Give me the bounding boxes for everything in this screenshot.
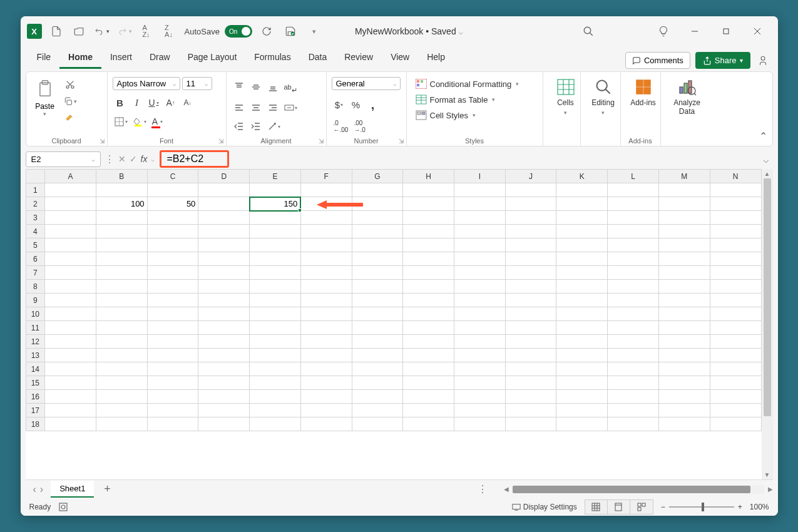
cell-C1[interactable] — [147, 183, 198, 197]
save-icon[interactable] — [281, 22, 300, 41]
zoom-out-icon[interactable]: − — [661, 503, 665, 511]
alignment-launcher-icon[interactable]: ⇲ — [319, 138, 324, 145]
row-header-8[interactable]: 8 — [26, 280, 45, 294]
new-file-icon[interactable] — [47, 22, 66, 41]
vertical-scroll-thumb[interactable] — [764, 178, 771, 416]
page-break-view-button[interactable] — [630, 500, 653, 514]
cell-J18[interactable] — [505, 417, 556, 431]
cell-C13[interactable] — [147, 349, 198, 362]
row-header-5[interactable]: 5 — [26, 238, 45, 252]
row-header-2[interactable]: 2 — [26, 197, 45, 211]
cell-K13[interactable] — [556, 349, 608, 362]
comma-button[interactable]: , — [366, 96, 381, 114]
cell-E1[interactable] — [250, 183, 301, 197]
cell-B5[interactable] — [96, 238, 147, 252]
cell-M1[interactable] — [658, 183, 710, 197]
cell-C8[interactable] — [147, 280, 198, 294]
cell-A5[interactable] — [45, 238, 96, 252]
cell-H13[interactable] — [403, 349, 454, 362]
column-header-L[interactable]: L — [608, 170, 659, 183]
cell-B9[interactable] — [96, 294, 147, 307]
cell-D1[interactable] — [198, 183, 250, 197]
cell-F3[interactable] — [300, 211, 352, 225]
merge-center-button[interactable]: ▾ — [282, 100, 299, 115]
row-header-10[interactable]: 10 — [26, 307, 45, 321]
cell-K14[interactable] — [556, 362, 608, 376]
cell-B18[interactable] — [96, 417, 147, 431]
cell-G10[interactable] — [352, 307, 403, 321]
cell-D17[interactable] — [198, 404, 250, 417]
cell-C18[interactable] — [147, 417, 198, 431]
cell-J9[interactable] — [505, 294, 556, 307]
sort-desc-icon[interactable]: ZA↓ — [160, 22, 178, 41]
cell-G17[interactable] — [352, 404, 403, 417]
cell-A1[interactable] — [45, 183, 96, 197]
underline-button[interactable]: U▾ — [146, 95, 161, 110]
cell-J11[interactable] — [505, 321, 556, 335]
row-header-11[interactable]: 11 — [26, 321, 45, 335]
decrease-indent-icon[interactable] — [232, 119, 247, 134]
scroll-left-icon[interactable]: ◀ — [504, 486, 509, 493]
number-format-select[interactable]: General⌵ — [332, 77, 401, 90]
cell-C4[interactable] — [147, 225, 198, 238]
cell-F8[interactable] — [300, 280, 352, 294]
column-header-A[interactable]: A — [45, 170, 96, 183]
cell-E12[interactable] — [250, 335, 301, 349]
cell-B3[interactable] — [96, 211, 147, 225]
cell-F10[interactable] — [300, 307, 352, 321]
sort-asc-icon[interactable]: AZ↓ — [137, 22, 156, 41]
cell-H2[interactable] — [403, 197, 454, 211]
vertical-scrollbar[interactable]: ▲ ▼ — [762, 169, 773, 479]
cell-J4[interactable] — [505, 225, 556, 238]
cell-B2[interactable]: 100 — [96, 197, 147, 211]
cell-I2[interactable] — [454, 197, 506, 211]
decrease-font-icon[interactable]: A↓ — [180, 95, 195, 110]
increase-indent-icon[interactable] — [248, 119, 263, 134]
cell-G11[interactable] — [352, 321, 403, 335]
cell-I12[interactable] — [454, 335, 506, 349]
cell-L16[interactable] — [608, 390, 659, 404]
cell-B12[interactable] — [96, 335, 147, 349]
cell-G5[interactable] — [352, 238, 403, 252]
cell-N12[interactable] — [710, 335, 761, 349]
font-size-select[interactable]: 11⌵ — [182, 77, 212, 90]
redo-button[interactable]: ▾ — [115, 22, 133, 41]
row-header-15[interactable]: 15 — [26, 376, 45, 390]
cell-J1[interactable] — [505, 183, 556, 197]
cell-M10[interactable] — [658, 307, 710, 321]
cell-M6[interactable] — [658, 252, 710, 266]
cell-I10[interactable] — [454, 307, 506, 321]
cell-K3[interactable] — [556, 211, 608, 225]
analyze-data-button[interactable]: Analyze Data — [666, 74, 708, 116]
cell-H1[interactable] — [403, 183, 454, 197]
scroll-right-icon[interactable]: ▶ — [768, 486, 773, 493]
cell-K5[interactable] — [556, 238, 608, 252]
cell-M13[interactable] — [658, 349, 710, 362]
cell-K4[interactable] — [556, 225, 608, 238]
cell-C16[interactable] — [147, 390, 198, 404]
scroll-down-icon[interactable]: ▼ — [764, 471, 770, 478]
sheet-tab-sheet1[interactable]: Sheet1 — [51, 481, 94, 498]
cell-J10[interactable] — [505, 307, 556, 321]
row-header-17[interactable]: 17 — [26, 404, 45, 417]
cell-styles-button[interactable]: Cell Styles▾ — [412, 108, 479, 122]
cell-E11[interactable] — [250, 321, 301, 335]
cell-G18[interactable] — [352, 417, 403, 431]
cell-N13[interactable] — [710, 349, 761, 362]
cell-B6[interactable] — [96, 252, 147, 266]
copy-icon[interactable]: ▾ — [61, 94, 79, 109]
cell-G8[interactable] — [352, 280, 403, 294]
row-header-3[interactable]: 3 — [26, 211, 45, 225]
cell-A15[interactable] — [45, 376, 96, 390]
addins-button[interactable]: Add-ins — [626, 74, 661, 107]
cell-M2[interactable] — [658, 197, 710, 211]
cell-L6[interactable] — [608, 252, 659, 266]
expand-formula-bar-icon[interactable]: ⌵ — [763, 153, 769, 165]
sheet-options-icon[interactable]: ⋮ — [478, 483, 488, 495]
cell-L15[interactable] — [608, 376, 659, 390]
cell-M18[interactable] — [658, 417, 710, 431]
cell-K12[interactable] — [556, 335, 608, 349]
cell-L9[interactable] — [608, 294, 659, 307]
cell-A13[interactable] — [45, 349, 96, 362]
cell-M3[interactable] — [658, 211, 710, 225]
